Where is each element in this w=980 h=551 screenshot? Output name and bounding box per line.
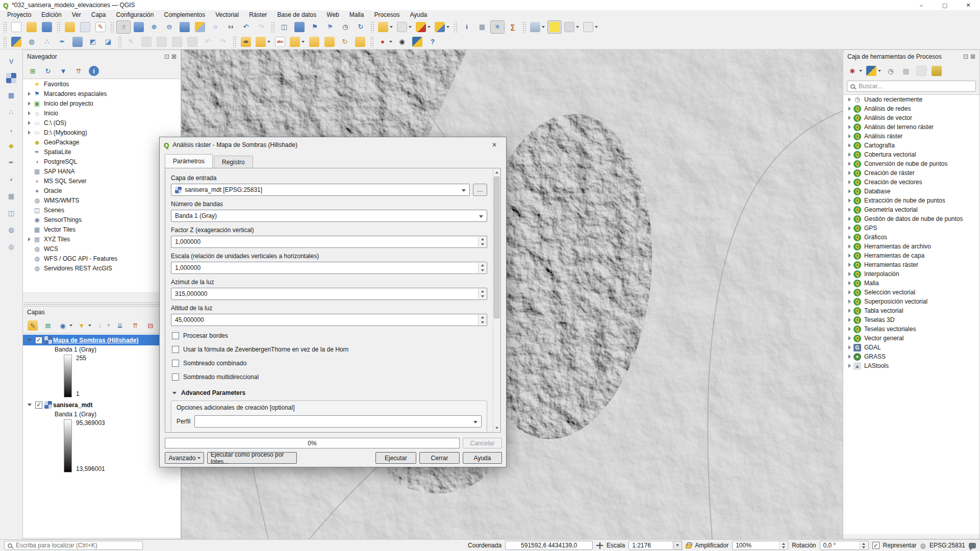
expander-icon[interactable]: [846, 123, 853, 131]
minimize-button[interactable]: –: [910, 0, 933, 10]
identify-features-button[interactable]: i: [460, 20, 474, 34]
algorithm-group-item-analisis-de-redes[interactable]: QAnálisis de redes: [843, 104, 979, 113]
expander-icon[interactable]: [846, 224, 853, 232]
algorithm-group-item-lastools[interactable]: ▲LAStools: [843, 361, 979, 370]
profile-combo[interactable]: [194, 415, 482, 428]
algorithm-group-item-gps[interactable]: QGPS: [843, 223, 979, 233]
expander-icon[interactable]: [846, 316, 853, 323]
menu-malla[interactable]: Malla: [344, 10, 369, 19]
browser-item-vector-tiles[interactable]: ▦Vector Tiles: [23, 224, 181, 234]
browser-item-sensorthings[interactable]: ◉SensorThings: [23, 215, 181, 224]
algorithm-group-item-usado-recientemente[interactable]: ◷Usado recientemente: [843, 95, 979, 104]
run-as-batch-button[interactable]: Ejecutar como proceso por lotes...: [207, 452, 297, 464]
advanced-parameters-section[interactable]: Advanced Parameters: [171, 389, 487, 396]
python-console-button[interactable]: [410, 35, 424, 48]
expander-icon[interactable]: [26, 100, 33, 107]
python-scripts-button[interactable]: [865, 64, 883, 78]
browser-item-servidores-rest-arcgis[interactable]: ◍Servidores REST ArcGIS: [23, 263, 181, 273]
toolbar-handle[interactable]: [454, 21, 457, 33]
annotation-toolbar-button[interactable]: [582, 20, 599, 34]
select-by-expression-button[interactable]: [414, 20, 432, 34]
add-group-button[interactable]: ⊞: [41, 319, 55, 332]
algorithm-group-item-herramientas-raster[interactable]: QHerramientas ráster: [843, 260, 979, 269]
history-button[interactable]: ◷: [884, 64, 898, 78]
zoom-in-button[interactable]: ⊕: [147, 20, 161, 34]
browser-item-inicio-del-proyecto[interactable]: ▣Inicio del proyecto: [23, 98, 181, 108]
menu-edicion[interactable]: Edición: [36, 10, 66, 19]
browser-item-d-mybooking[interactable]: ▭D:\ (Mybooking): [23, 128, 181, 137]
coordinate-input[interactable]: 591592,6 4434139,0: [505, 541, 593, 550]
browser-item-scenes[interactable]: ◫Scenes: [23, 205, 181, 215]
add-postgis-layer-button[interactable]: ◖: [4, 172, 18, 186]
spinner-arrows-icon[interactable]: [860, 542, 868, 549]
algorithm-group-item-malla[interactable]: QMalla: [843, 279, 979, 288]
browser-item-postgresql[interactable]: ◖PostgreSQL: [23, 157, 181, 166]
algorithm-group-item-conversion-de-nube-de-puntos[interactable]: QConversión de nube de puntos: [843, 159, 979, 168]
algorithm-group-item-interpolacion[interactable]: QInterpolación: [843, 269, 979, 279]
expander-icon[interactable]: [846, 215, 853, 222]
rotation-spinbox[interactable]: 0,0 °: [820, 541, 869, 550]
spinner-arrows-icon[interactable]: [779, 542, 787, 549]
toolbar-handle[interactable]: [370, 36, 373, 47]
expander-icon[interactable]: [26, 129, 33, 136]
advanced-button[interactable]: Avanzado: [165, 452, 204, 464]
expander-icon[interactable]: [26, 337, 33, 344]
crs-globe-icon[interactable]: ◍: [920, 542, 926, 549]
collapse-all-button[interactable]: ⇈: [71, 64, 86, 78]
expander-icon[interactable]: [26, 90, 33, 97]
layer-visibility-checkbox[interactable]: ✓: [35, 402, 42, 409]
expander-icon[interactable]: [26, 110, 33, 117]
checkbox-row-usar-la-formula-de-zevenbergenthorne-en-vez-de-la-de-horn[interactable]: Usar la fórmula de ZevenbergenThorne en …: [172, 345, 487, 354]
algorithm-group-item-gestion-de-datos-de-nube-de-puntos[interactable]: QGestión de datos de nube de puntos: [843, 214, 979, 223]
expander-icon[interactable]: [846, 280, 853, 287]
expander-icon[interactable]: [846, 151, 853, 158]
new-print-layout-button[interactable]: [63, 20, 77, 34]
expander-icon[interactable]: [846, 142, 853, 149]
add-raster-layer-button[interactable]: [4, 71, 18, 85]
map-tips-button[interactable]: [547, 20, 562, 34]
magnifier-spinbox[interactable]: 100%: [732, 541, 788, 550]
algorithm-group-item-analisis-del-terreno-raster[interactable]: QAnálisis del terreno ráster: [843, 122, 979, 132]
browser-item-wms-wmts[interactable]: ◍WMS/WMTS: [23, 195, 181, 205]
pan-to-selection-button[interactable]: [132, 20, 146, 34]
algorithm-group-item-creacion-de-vectores[interactable]: QCreación de vectores: [843, 178, 979, 187]
dialog-title-bar[interactable]: Q Análisis ráster - Mapa de Sombras (Hil…: [160, 137, 506, 153]
add-selected-layers-button[interactable]: ⊞: [26, 64, 40, 78]
algorithm-group-item-cartografia[interactable]: QCartografía: [843, 141, 979, 150]
menu-proyecto[interactable]: Proyecto: [2, 10, 36, 19]
menu-web[interactable]: Web: [321, 10, 344, 19]
scale-dropdown-icon[interactable]: [673, 541, 682, 550]
expander-icon[interactable]: [846, 270, 853, 278]
band-combo[interactable]: Banda 1 (Gray): [171, 210, 487, 222]
browser-item-xyz-tiles[interactable]: ▦XYZ Tiles: [23, 234, 181, 244]
new-annotation-button[interactable]: [563, 20, 581, 34]
close-dialog-button[interactable]: Cerrar: [419, 452, 460, 464]
expander-icon[interactable]: [846, 325, 853, 333]
scroll-down-icon[interactable]: [493, 424, 500, 432]
algorithm-group-item-vector-general[interactable]: QVector general: [843, 334, 979, 343]
layer-item-sanisera-mdt[interactable]: ✓ sanisera_mdt: [23, 399, 181, 410]
menu-configuracion[interactable]: Configuración: [111, 10, 159, 19]
pan-map-button[interactable]: ☝: [116, 20, 131, 34]
zoom-to-selection-button[interactable]: [193, 20, 207, 34]
expander-icon[interactable]: [846, 179, 853, 186]
refresh-map-button[interactable]: ↻: [354, 20, 368, 34]
expander-icon[interactable]: [846, 307, 853, 314]
lock-scale-icon[interactable]: [686, 544, 691, 548]
attribute-table-button[interactable]: ▦: [475, 20, 489, 34]
new-geopackage-layer-button[interactable]: ◆: [4, 139, 18, 152]
expander-icon[interactable]: [846, 261, 853, 268]
expander-icon[interactable]: [846, 362, 853, 369]
algorithm-group-item-grass[interactable]: ✦GRASS: [843, 352, 979, 361]
layer-labeling-button[interactable]: ab: [239, 35, 253, 48]
filter-browser-button[interactable]: ▼: [56, 64, 70, 78]
add-point-cloud-layer-button[interactable]: ∴: [4, 105, 18, 118]
expander-icon[interactable]: [846, 169, 853, 177]
browser-item-wfs-ogc-api-features[interactable]: ◍WFS / OGC API - Features: [23, 254, 181, 263]
toolbar-handle[interactable]: [370, 21, 374, 33]
select-by-form-button[interactable]: [433, 20, 451, 34]
data-source-manager-button[interactable]: [9, 35, 23, 48]
algorithm-group-item-analisis-de-vector[interactable]: QAnálisis de vector: [843, 113, 979, 122]
expander-icon[interactable]: [846, 96, 853, 103]
algorithm-group-item-gdal[interactable]: GGDAL: [843, 343, 979, 352]
